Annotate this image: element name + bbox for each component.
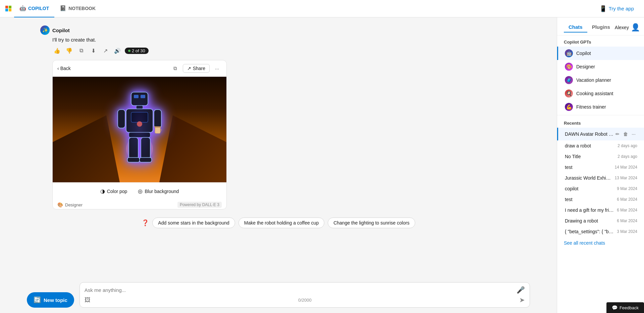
nav-tab-notebook[interactable]: 📓 NOTEBOOK [54, 0, 101, 17]
count-dot [128, 50, 130, 52]
recent-item-copilot[interactable]: copilot 9 Mar 2024 [557, 183, 644, 194]
recent-name-beta: { "beta_settings": { "browsing": true, "… [565, 229, 614, 234]
suggestion-coffee[interactable]: Make the robot holding a coffee cup [238, 217, 324, 228]
suggestions: ❓ Add some stars in the background Make … [40, 215, 517, 234]
recent-name-test2: test [565, 197, 614, 202]
mountain-right [159, 115, 226, 182]
gpt-name-designer: Designer [576, 64, 595, 69]
image-card-footer: ◑ Color pop ◎ Blur background [53, 182, 226, 200]
sidebar-header: Chats Plugins Alexey 👤 [557, 17, 644, 36]
speaker-button[interactable]: 🔊 [113, 46, 122, 55]
blur-background-label: Blur background [145, 189, 179, 194]
recent-item-test1[interactable]: test 14 Mar 2024 [557, 162, 644, 173]
thumbs-down-button[interactable]: 👎 [64, 46, 74, 55]
mountain-left [53, 115, 120, 182]
ask-input[interactable] [85, 287, 514, 293]
suggestion-stars[interactable]: Add some stars in the background [152, 217, 235, 228]
back-label: Back [60, 66, 71, 71]
share-action-button[interactable]: ↗ [101, 46, 110, 55]
top-nav: 🤖 COPILOT 📓 NOTEBOOK 📱 Try the app [0, 0, 644, 17]
recent-item-beta[interactable]: { "beta_settings": { "browsing": true, "… [557, 226, 644, 237]
more-options-button[interactable]: ··· [212, 64, 222, 73]
copilot-gpts-title: Copilot GPTs [557, 36, 644, 47]
suggestion-lighting[interactable]: Change the lighting to sunrise colors [328, 217, 415, 228]
see-all-link[interactable]: See all recent chats [557, 237, 644, 249]
expand-button[interactable]: ⧉ [171, 64, 180, 73]
message-text: I'll try to create that. [40, 37, 517, 43]
sidebar-tab-plugins[interactable]: Plugins [587, 22, 615, 33]
recent-item-dawn-avatar[interactable]: DAWN Avatar Robot Café ✏ 🗑 ··· [557, 128, 644, 140]
send-button[interactable]: ➤ [519, 296, 525, 304]
recent-date-drawing-robot: 6 Mar 2024 [617, 218, 637, 223]
gpt-icon-fitness: 💪 [565, 103, 573, 111]
generated-image [53, 77, 226, 182]
copy-button[interactable]: ⧉ [76, 46, 86, 55]
edit-button[interactable]: ✏ [614, 130, 621, 138]
count-label: 2 of 30 [132, 48, 145, 53]
gpt-item-copilot[interactable]: 🤖 Copilot [557, 47, 644, 60]
color-pop-icon: ◑ [100, 188, 105, 194]
gpt-icon-vacation: 🧳 [565, 76, 573, 84]
thumbs-up-button[interactable]: 👍 [52, 46, 62, 55]
recent-item-test2[interactable]: test 6 Mar 2024 [557, 194, 644, 205]
gpt-name-copilot: Copilot [576, 51, 591, 56]
svg-rect-8 [154, 110, 161, 128]
svg-rect-9 [155, 127, 160, 133]
mic-button[interactable]: 🎤 [517, 286, 525, 294]
input-box: 🎤 🖼 0/2000 ➤ [79, 282, 530, 308]
help-icon-button[interactable]: ❓ [142, 219, 149, 227]
sidebar-user: Alexey 👤 [615, 23, 640, 32]
delete-button[interactable]: 🗑 [622, 130, 629, 138]
gpt-name-cooking: Cooking assistant [576, 91, 613, 96]
recent-item-no-title[interactable]: No Title 2 days ago [557, 151, 644, 162]
nav-tab-copilot[interactable]: 🤖 COPILOT [14, 0, 54, 17]
new-topic-button[interactable]: 🔄 New topic [27, 292, 74, 308]
image-pick-button[interactable]: 🖼 [85, 297, 91, 304]
count-badge: 2 of 30 [125, 48, 149, 54]
feedback-label: Feedback [620, 305, 639, 310]
gpt-icon-cooking: 🍳 [565, 89, 573, 98]
recent-date-no-title: 2 days ago [618, 154, 637, 159]
recent-item-drawing-robot[interactable]: Drawing a robot 6 Mar 2024 [557, 215, 644, 226]
recent-name-copilot: copilot [565, 186, 614, 191]
more-button[interactable]: ··· [630, 130, 637, 138]
recent-date-jurassic: 13 Mar 2024 [615, 176, 637, 180]
share-icon: ↗ [187, 66, 191, 71]
gpt-name-vacation: Vacation planner [576, 77, 611, 83]
recent-date-gift: 6 Mar 2024 [617, 208, 637, 212]
try-app-label: Try the app [609, 6, 634, 11]
blur-background-button[interactable]: ◎ Blur background [135, 187, 182, 196]
recent-name-no-title: No Title [565, 154, 615, 159]
recent-item-gift[interactable]: I need a gift for my friend who likes to… [557, 205, 644, 215]
svg-rect-10 [154, 126, 161, 128]
sidebar-tabs: Chats Plugins [564, 22, 615, 33]
gpt-item-designer[interactable]: 🎨 Designer [557, 60, 644, 73]
blur-background-icon: ◎ [138, 188, 143, 194]
download-button[interactable]: ⬇ [89, 46, 98, 55]
action-bar: 👍 👎 ⧉ ⬇ ↗ 🔊 2 of 30 [40, 46, 517, 55]
message-sender: Copilot [52, 27, 70, 33]
gpt-item-cooking[interactable]: 🍳 Cooking assistant [557, 87, 644, 100]
user-icon-button[interactable]: 👤 [631, 23, 640, 32]
recent-item-actions: ✏ 🗑 ··· [614, 130, 637, 138]
input-area: 🔄 New topic 🎤 🖼 0/2000 ➤ [0, 278, 557, 313]
sidebar-tab-chats[interactable]: Chats [564, 22, 587, 33]
try-app-button[interactable]: 📱 Try the app [595, 3, 639, 14]
recent-item-jurassic[interactable]: Jurassic World Exhibition Ticket Det... … [557, 173, 644, 183]
copilot-avatar: ✨ [40, 25, 50, 35]
input-bottom-row: 🖼 0/2000 ➤ [85, 296, 525, 304]
gpt-item-fitness[interactable]: 💪 Fitness trainer [557, 100, 644, 114]
recent-item-draw-robot[interactable]: draw a robot 2 days ago [557, 140, 644, 151]
back-button[interactable]: ‹ Back [57, 66, 71, 71]
color-pop-button[interactable]: ◑ Color pop [97, 187, 131, 196]
share-button[interactable]: ↗ Share [183, 64, 210, 73]
user-name: Alexey [615, 25, 629, 30]
designer-icon: 🎨 [57, 202, 63, 207]
input-row: 🎤 [85, 286, 525, 294]
feedback-button[interactable]: 💬 Feedback [606, 302, 644, 313]
right-sidebar: Chats Plugins Alexey 👤 Copilot GPTs 🤖 Co… [557, 17, 644, 313]
card-designer: 🎨 Designer [57, 202, 83, 207]
nav-tab-notebook-label: NOTEBOOK [68, 6, 96, 11]
gpt-item-vacation[interactable]: 🧳 Vacation planner [557, 73, 644, 87]
main-layout: ✨ Copilot I'll try to create that. 👍 👎 ⧉… [0, 17, 644, 313]
